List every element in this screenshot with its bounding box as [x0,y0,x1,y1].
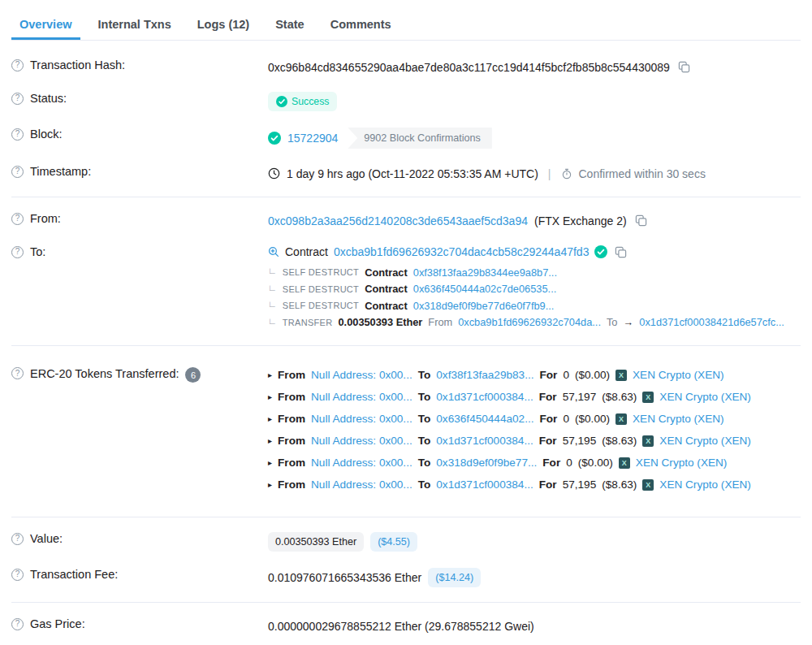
block-number-link[interactable]: 15722904 [287,132,338,145]
tab-logs[interactable]: Logs (12) [189,13,257,40]
self-destruct-row: ∟ SELF DESTRUCT Contract 0x636f450444a02… [268,281,801,298]
token-transfer-row: ▸ From Null Address: 0x00... To 0x636f45… [268,408,801,430]
copy-icon[interactable] [615,246,627,258]
erc20-count-badge: 6 [185,367,201,383]
for-word: For [540,413,558,425]
token-to-link[interactable]: 0xf38f13faa29b83... [436,369,533,381]
token-to-link[interactable]: 0x636f450444a02... [436,413,533,425]
tab-internal-txns[interactable]: Internal Txns [90,13,179,40]
for-word: For [542,457,560,469]
call-type: TRANSFER [283,318,333,327]
tab-state[interactable]: State [267,13,312,40]
check-circle-icon [276,96,287,107]
token-name-link[interactable]: XEN Crypto (XEN) [633,369,724,381]
help-icon[interactable]: ? [11,246,24,258]
help-icon[interactable]: ? [11,533,24,545]
help-icon[interactable]: ? [11,569,24,581]
separator: | [548,167,551,180]
tx-overview-section: ? Transaction Hash: 0xc96b84cd834655290a… [11,41,801,197]
token-name-link[interactable]: XEN Crypto (XEN) [659,391,751,403]
xen-token-icon: X [642,479,654,491]
tab-comments[interactable]: Comments [322,13,400,40]
timestamp-row: ? Timestamp: 1 day 9 hrs ago (Oct-11-202… [11,157,801,190]
subcall-contract-link[interactable]: 0x636f450444a02c7de06535... [413,283,556,295]
status-row: ? Status: Success [11,84,801,119]
for-word: For [539,435,557,447]
from-word: From [278,478,305,491]
help-icon[interactable]: ? [11,166,24,178]
token-amount: 0 [563,413,569,425]
token-name-link[interactable]: XEN Crypto (XEN) [633,413,724,425]
transfer-to-link[interactable]: 0x1d371cf00038421d6e57cfc... [639,316,784,328]
zoom-in-icon[interactable] [268,246,279,258]
from-word: From [278,369,305,381]
help-icon[interactable]: ? [11,128,24,141]
transfer-from-label: From [428,316,452,328]
help-icon[interactable]: ? [11,367,24,379]
self-destruct-row: ∟ SELF DESTRUCT Contract 0x318d9ef0f9be7… [268,297,801,314]
internal-operations-list: ∟ SELF DESTRUCT Contract 0xf38f13faa29b8… [268,264,801,331]
token-from-link[interactable]: Null Address: 0x00... [311,457,412,469]
token-amount: 57,195 [563,478,597,491]
token-to-link[interactable]: 0x1d371cf000384... [436,391,533,403]
for-word: For [539,478,557,491]
token-to-link[interactable]: 0x318d9ef0f9be77... [436,457,537,469]
contract-word: Contract [365,283,408,295]
block-label: Block: [30,128,63,141]
subcall-contract-link[interactable]: 0xf38f13faa29b8344ee9a8b7... [413,266,557,279]
from-word: From [278,457,305,469]
help-icon[interactable]: ? [11,213,24,225]
token-to-link[interactable]: 0x1d371cf000384... [436,478,533,491]
token-name-link[interactable]: XEN Crypto (XEN) [636,457,728,469]
caret-icon: ▸ [268,370,272,379]
token-from-link[interactable]: Null Address: 0x00... [311,369,412,381]
token-transfer-row: ▸ From Null Address: 0x00... To 0x1d371c… [268,474,801,496]
caret-icon: ▸ [268,436,272,445]
caret-icon: ▸ [268,414,272,423]
status-label: Status: [30,92,67,105]
tree-corner-icon: ∟ [268,266,277,275]
token-to-link[interactable]: 0x1d371cf000384... [436,435,533,447]
caret-icon: ▸ [268,458,272,467]
copy-icon[interactable] [678,61,690,73]
help-icon[interactable]: ? [11,618,24,630]
from-name-tag: (FTX Exchange 2) [534,214,627,227]
block-row: ? Block: 15722904 9902 Block Confirmatio… [11,119,801,157]
token-name-link[interactable]: XEN Crypto (XEN) [659,435,751,447]
tx-fee-label: Transaction Fee: [30,568,118,581]
token-transfer-row: ▸ From Null Address: 0x00... To 0x318d9e… [268,452,801,474]
token-from-link[interactable]: Null Address: 0x00... [311,435,412,447]
erc20-transfers-section: ? ERC-20 Tokens Transferred: 6 ▸ From Nu… [11,345,801,517]
tree-corner-icon: ∟ [268,299,277,309]
token-name-link[interactable]: XEN Crypto (XEN) [659,478,751,491]
prices-section: ? Gas Price: 0.000000029678855212 Ether … [11,602,801,645]
tx-fee-row: ? Transaction Fee: 0.010976071665343536 … [11,560,801,595]
tab-overview[interactable]: Overview [11,13,80,40]
block-confirmations-badge: 9902 Block Confirmations [348,128,492,149]
tx-fee-amount: 0.010976071665343536 Ether [268,571,421,584]
arrow-right-icon: → [623,316,633,328]
to-label: To: [30,245,45,258]
copy-icon[interactable] [635,214,647,227]
xen-token-icon: X [615,413,627,425]
transaction-details-page: Overview Internal Txns Logs (12) State C… [0,0,812,645]
help-icon[interactable]: ? [11,93,24,105]
transfer-from-link[interactable]: 0xcba9b1fd69626932c704da... [458,316,601,328]
xen-token-icon: X [619,457,630,469]
value-fee-section: ? Value: 0.00350393 Ether ($4.55) ? Tran… [11,517,801,602]
help-icon[interactable]: ? [11,59,24,71]
subcall-contract-link[interactable]: 0x318d9ef0f9be77d6e0f7fb9... [413,300,555,312]
from-label: From: [30,212,61,225]
call-type: SELF DESTRUCT [283,267,359,277]
to-word: To [418,391,431,403]
from-address-link[interactable]: 0xc098b2a3aa256d2140208c3de6543aaef5cd3a… [268,214,528,227]
token-from-link[interactable]: Null Address: 0x00... [311,478,412,491]
xen-token-icon: X [642,435,654,447]
token-from-link[interactable]: Null Address: 0x00... [311,413,412,425]
token-from-link[interactable]: Null Address: 0x00... [311,391,412,403]
to-address-link[interactable]: 0xcba9b1fd69626932c704dac4cb58c29244a47f… [334,245,590,258]
status-badge: Success [268,92,337,111]
tx-hash-label: Transaction Hash: [30,58,125,71]
tx-fee-usd-badge: ($14.24) [428,568,481,587]
value-row: ? Value: 0.00350393 Ether ($4.55) [11,524,801,560]
